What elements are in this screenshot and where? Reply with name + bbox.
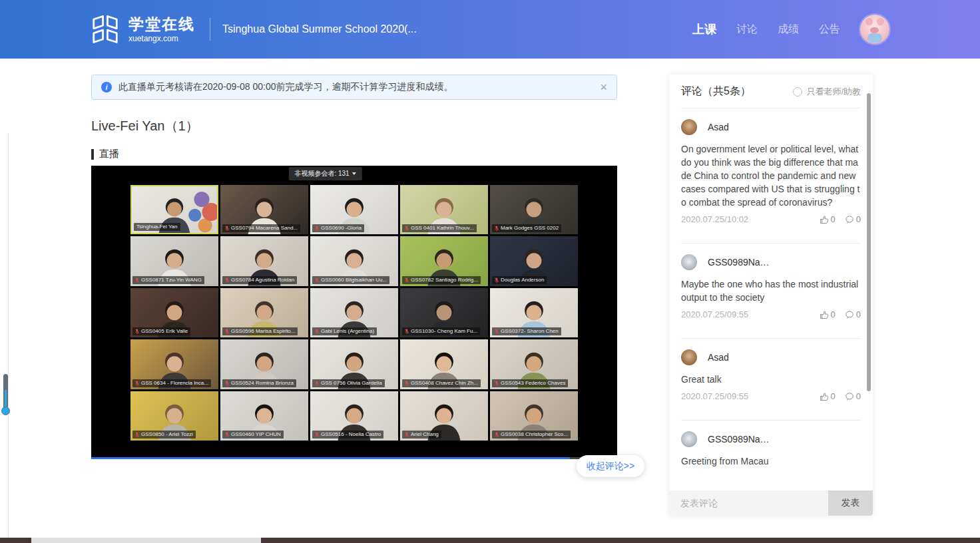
mic-muted-icon (315, 381, 319, 386)
like-button[interactable]: 0 (820, 309, 836, 319)
mic-muted-icon (405, 432, 409, 437)
horizontal-scrollbar (0, 538, 980, 543)
participant-tile: GSS0060 Bilgtsaikhan Uu... (310, 236, 398, 285)
reply-bubble-icon (845, 310, 854, 319)
xuetangx-logo[interactable]: 学堂在线 xuetangx.com (90, 14, 195, 45)
mic-muted-icon (225, 432, 229, 437)
mic-muted-icon (405, 381, 409, 386)
mic-muted-icon (135, 329, 139, 334)
comment-item: Asad Great talk 2020.07.25/09:55 0 (681, 339, 861, 411)
mic-muted-icon (135, 381, 139, 386)
commenter-name: Asad (708, 352, 729, 363)
mic-muted-icon (405, 329, 409, 334)
mic-muted-icon (495, 381, 499, 386)
notice-close-icon[interactable]: × (600, 81, 607, 93)
comments-panel: 评论（共5条） 只看老师/助教 Asad On government level… (669, 75, 873, 516)
participant-tile: GSS0782 Santiago Rodrig... (400, 236, 488, 285)
participant-name-label: GSS0543 Federico Chaves (492, 379, 568, 387)
participant-tile: GSS0784 Agustina Roldan (220, 236, 308, 285)
comment-text: On government level or political level, … (681, 142, 861, 209)
mic-muted-icon (135, 432, 139, 437)
mic-muted-icon (225, 381, 229, 386)
nav-tab-grades[interactable]: 成绩 (778, 23, 799, 37)
participant-tile: Douglas Anderson (490, 236, 578, 285)
comments-scrollbar[interactable] (867, 93, 871, 391)
video-player[interactable]: 非视频参会者: 131 Tsinghua-Fei Yan (91, 166, 617, 459)
non-video-participants-badge[interactable]: 非视频参会者: 131 (288, 167, 362, 180)
header-divider (210, 18, 210, 41)
reply-button[interactable]: 0 (845, 214, 861, 224)
commenter-name: GSS0989Na… (708, 434, 770, 445)
user-avatar[interactable] (860, 15, 889, 44)
participant-name-label: Gabi Lenis (Argentina) (312, 327, 377, 335)
participant-tile: GSS0408 Chavez Chin Zh... (400, 339, 488, 389)
participant-name-label: GSS0372- Sharon Chen (492, 327, 561, 335)
participant-tile: GSS0690 -Gloria (310, 185, 398, 234)
nav-tab-class[interactable]: 上课 (692, 21, 716, 37)
collapse-comments-button[interactable]: 收起评论>> (577, 455, 644, 477)
thumbs-up-icon (820, 310, 829, 319)
comment-timestamp: 2020.07.25/09:55 (681, 309, 810, 319)
nav-tab-discussion[interactable]: 讨论 (736, 23, 758, 37)
participant-tile: Gabi Lenis (Argentina) (310, 288, 398, 337)
comment-timestamp: 2020.07.25/09:55 (681, 391, 810, 401)
video-grid: Tsinghua-Fei Yan GSS0794 Macarena Sand..… (130, 185, 578, 441)
mic-muted-icon (495, 432, 499, 437)
commenter-avatar[interactable] (681, 431, 697, 447)
participant-name-label: GSS0038 Christopher Sco... (492, 431, 571, 439)
mic-muted-icon (495, 329, 499, 334)
commenter-avatar[interactable] (681, 119, 697, 135)
mic-muted-icon (315, 226, 319, 231)
chevron-down-icon (352, 172, 356, 175)
reply-button[interactable]: 0 (845, 391, 861, 401)
comment-input[interactable] (669, 490, 828, 516)
comment-item: GSS0989Na… Maybe the one who has the mos… (681, 244, 861, 329)
participant-name-label: GSS0784 Agustina Roldan (222, 276, 297, 284)
xuetangx-logo-icon (90, 14, 121, 45)
video-progress-bar[interactable] (91, 457, 617, 459)
radio-icon[interactable] (793, 87, 802, 96)
like-button[interactable]: 0 (820, 214, 836, 224)
participant-name-label: GSS 0401 Kathrin Thouv... (402, 224, 477, 232)
comment-text: Greeting from Macau (681, 454, 861, 468)
participant-name-label: GSS0596 Marisa Espirito... (222, 327, 298, 335)
horizontal-scrollbar-thumb[interactable] (31, 538, 261, 543)
left-panel-edge (8, 133, 9, 538)
participant-tile: Ariel Chang (400, 391, 488, 441)
participant-tile: GSS 0401 Kathrin Thouv... (400, 185, 488, 234)
participant-name-label: GSS0060 Bilgtsaikhan Uu... (312, 276, 389, 284)
teacher-only-filter[interactable]: 只看老师/助教 (793, 86, 861, 98)
participant-tile: GSS1030- Cheng Kam Fu... (400, 288, 488, 337)
comment-submit-button[interactable]: 发表 (828, 490, 873, 516)
participant-tile: GSS0516 - Noelia Castro (310, 391, 398, 441)
logo-subtitle: xuetangx.com (128, 35, 195, 43)
participant-name-label: GSS0408 Chavez Chin Zh... (402, 379, 481, 387)
mic-muted-icon (405, 226, 409, 231)
like-button[interactable]: 0 (820, 391, 836, 401)
mic-muted-icon (315, 329, 319, 334)
comment-item: Asad On government level or political le… (681, 108, 861, 234)
thermometer-widget (1, 374, 10, 415)
notice-text: 此直播单元考核请在2020-09-08 00:00前完成学习，逾期不计算学习进度… (119, 81, 600, 93)
participant-name-label: GSS0794 Macarena Sand... (222, 224, 300, 232)
participant-name-label: GSS 0756 Olivia Gardella (312, 379, 385, 387)
commenter-avatar[interactable] (681, 254, 697, 270)
logo-title: 学堂在线 (128, 17, 195, 32)
thumbs-up-icon (820, 392, 829, 401)
participant-tile: GSS0460 YIP CHUN (220, 391, 308, 441)
commenter-avatar[interactable] (681, 349, 697, 365)
participant-name-label: GSS0460 YIP CHUN (222, 431, 284, 439)
section-bar (91, 149, 94, 160)
nav-tab-announcements[interactable]: 公告 (819, 23, 840, 37)
mic-muted-icon (315, 432, 319, 437)
comment-timestamp: 2020.07.25/10:02 (681, 214, 810, 224)
reply-button[interactable]: 0 (845, 309, 861, 319)
participant-name-label: GSS0690 -Gloria (312, 224, 364, 232)
participant-tile: GSS0038 Christopher Sco... (490, 391, 578, 441)
comments-title: 评论（共5条） (681, 85, 751, 98)
mic-muted-icon (405, 277, 409, 283)
participant-tile: GSS 0634 - Florencia Inca... (130, 339, 218, 389)
participant-tile: GSS0596 Marisa Espirito... (220, 288, 308, 337)
participant-tile: Mark Godges GSS 0202 (490, 185, 578, 234)
participant-name-label: Mark Godges GSS 0202 (492, 224, 561, 232)
